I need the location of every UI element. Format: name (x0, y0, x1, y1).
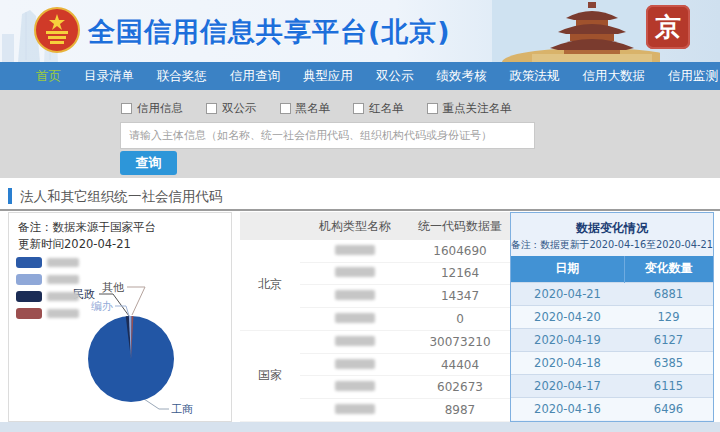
nav-item-catalog[interactable]: 目录清单 (84, 68, 134, 85)
change-count-cell: 6496 (624, 397, 713, 420)
change-date-cell: 2020-04-21 (511, 282, 624, 305)
org-code-table: 机构类型名称 统一代码数据量 北京 1604690 12164 14347 0 (240, 212, 510, 422)
search-section: 信用信息 双公示 黑名单 红名单 重点关注名单 查询 (0, 90, 720, 178)
legend-label-redacted (47, 309, 79, 318)
change-table-header-row: 日期 变化数量 (511, 256, 713, 282)
pie-label-gongshang: 工商 (171, 403, 193, 416)
section-accent-bar (8, 188, 12, 204)
change-date-cell: 2020-04-17 (511, 374, 624, 397)
query-button[interactable]: 查询 (120, 151, 177, 175)
change-count-cell: 129 (624, 305, 713, 328)
checkbox-watchlist[interactable]: 重点关注名单 (427, 101, 512, 116)
org-count-cell: 602673 (410, 376, 510, 399)
region-cell-beijing: 北京 (240, 240, 300, 330)
org-type-cell (300, 308, 410, 331)
subject-search-input[interactable] (120, 122, 535, 149)
table-row: 2020-04-16 6496 (511, 397, 713, 420)
main-nav: 首页 目录清单 联合奖惩 信用查询 典型应用 双公示 绩效考核 政策法规 信用大… (0, 62, 720, 90)
legend-item (16, 274, 79, 285)
table-row: 北京 1604690 (240, 240, 510, 262)
nav-item-big-data[interactable]: 信用大数据 (583, 68, 646, 85)
pie-legend (16, 257, 79, 319)
checkbox-box[interactable] (206, 103, 217, 114)
org-count-cell: 12164 (410, 262, 510, 285)
org-count-cell: 30073210 (410, 330, 510, 353)
change-date-cell: 2020-04-20 (511, 305, 624, 328)
org-count-cell: 1604690 (410, 240, 510, 262)
checkbox-box[interactable] (353, 103, 364, 114)
pie-chart-panel: 备注：数据来源于国家平台 更新时间2020-04-21 其他 民政 编办 工商 (8, 212, 232, 422)
org-header-type: 机构类型名称 (300, 212, 410, 240)
org-header-count: 统一代码数据量 (410, 212, 510, 240)
checkbox-box[interactable] (427, 103, 438, 114)
table-row: 2020-04-19 6127 (511, 328, 713, 351)
change-panel-title: 数据变化情况 (511, 220, 713, 237)
change-count-cell: 6881 (624, 282, 713, 305)
change-count-cell: 6385 (624, 351, 713, 374)
org-type-cell (300, 285, 410, 308)
change-date-cell: 2020-04-19 (511, 328, 624, 351)
checkbox-credit-info[interactable]: 信用信息 (121, 101, 183, 116)
nav-item-credit-query[interactable]: 信用查询 (230, 68, 280, 85)
national-emblem-icon (34, 7, 80, 53)
pie-label-other: 其他 (102, 281, 124, 294)
change-date-cell: 2020-04-16 (511, 397, 624, 420)
checkbox-blacklist[interactable]: 黑名单 (280, 101, 331, 116)
org-type-cell (300, 262, 410, 285)
section-divider (0, 209, 720, 211)
data-change-panel: 数据变化情况 备注：数据更新于2020-04-16至2020-04-21 日期 … (510, 212, 714, 422)
org-header-region (240, 212, 300, 240)
legend-label-redacted (47, 292, 79, 301)
filter-checkbox-row: 信用信息 双公示 黑名单 红名单 重点关注名单 (121, 101, 512, 116)
table-row: 2020-04-18 6385 (511, 351, 713, 374)
legend-label-redacted (47, 275, 79, 284)
change-header-count: 变化数量 (624, 256, 713, 282)
org-count-cell: 8987 (410, 399, 510, 422)
nav-item-home[interactable]: 首页 (36, 68, 61, 85)
legend-item (16, 291, 79, 302)
change-count-cell: 6115 (624, 374, 713, 397)
legend-item (16, 308, 79, 319)
change-panel-note: 备注：数据更新于2020-04-16至2020-04-21 (511, 239, 713, 252)
site-title: 全国信用信息共享平台(北京) (88, 14, 451, 50)
legend-label-redacted (47, 258, 79, 267)
beijing-seal-logo: 京 (646, 5, 690, 49)
org-type-cell (300, 240, 410, 262)
section-title: 法人和其它组织统一社会信用代码 (20, 188, 223, 206)
pie-label-bianban: 编办 (91, 300, 113, 313)
org-type-cell (300, 330, 410, 353)
checkbox-redlist[interactable]: 红名单 (353, 101, 404, 116)
table-row: 2020-04-17 6115 (511, 374, 713, 397)
legend-swatch (16, 274, 42, 285)
org-type-cell (300, 399, 410, 422)
legend-item (16, 257, 79, 268)
credit-platform-page: 全国信用信息共享平台(北京) 京 首页 目录清单 联合奖惩 信用查询 典型应用 … (0, 0, 720, 432)
checkbox-box[interactable] (121, 103, 132, 114)
table-row: 2020-04-20 129 (511, 305, 713, 328)
table-row: 2020-04-21 6881 (511, 282, 713, 305)
org-type-cell (300, 376, 410, 399)
org-count-cell: 0 (410, 308, 510, 331)
page-header: 全国信用信息共享平台(北京) 京 (0, 0, 720, 62)
org-count-cell: 14347 (410, 285, 510, 308)
nav-item-double-publicity[interactable]: 双公示 (376, 68, 414, 85)
change-header-date: 日期 (511, 256, 624, 282)
temple-of-heaven-illustration (492, 0, 660, 62)
change-date-cell: 2020-04-18 (511, 351, 624, 374)
page-bottom-strip (0, 422, 720, 432)
checkbox-box[interactable] (280, 103, 291, 114)
table-row: 国家 30073210 (240, 330, 510, 353)
checkbox-double-publicity[interactable]: 双公示 (206, 101, 257, 116)
change-table: 日期 变化数量 2020-04-21 6881 2020-04-20 129 2… (511, 256, 713, 420)
org-count-cell: 44404 (410, 353, 510, 376)
change-count-cell: 6127 (624, 328, 713, 351)
content-area: 法人和其它组织统一社会信用代码 备注：数据来源于国家平台 更新时间2020-04… (0, 178, 720, 422)
nav-item-joint-rewards[interactable]: 联合奖惩 (157, 68, 207, 85)
nav-item-monitoring[interactable]: 信用监测 (668, 68, 718, 85)
nav-item-policies[interactable]: 政策法规 (510, 68, 560, 85)
org-type-cell (300, 353, 410, 376)
nav-item-typical-apps[interactable]: 典型应用 (303, 68, 353, 85)
nav-item-performance[interactable]: 绩效考核 (437, 68, 487, 85)
region-cell-national: 国家 (240, 330, 300, 421)
legend-swatch (16, 291, 42, 302)
